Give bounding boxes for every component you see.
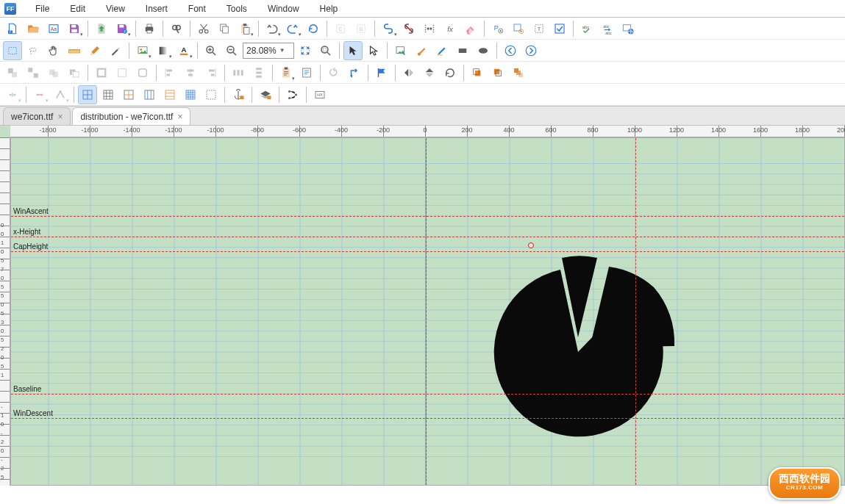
menu-help[interactable]: Help [315,2,343,15]
menu-view[interactable]: View [101,2,129,15]
grid-style2-icon[interactable] [99,85,118,104]
glyph-pie-chart-icon[interactable] [468,234,703,455]
refresh-icon[interactable] [304,19,323,38]
link-icon[interactable]: ▾ [379,19,398,38]
menu-font[interactable]: Font [184,2,210,15]
formula-icon[interactable]: fx [441,19,460,38]
metric-line-baseline[interactable] [11,394,844,395]
metric-line-win_descent[interactable] [11,418,844,419]
text-outline-icon[interactable]: T [530,19,549,38]
ellipse-shape-icon[interactable] [474,41,493,60]
ruler-vertical[interactable]: 150250350550750100-10-20-25 [0,137,10,486]
script-icon[interactable] [297,63,316,82]
menu-edit[interactable]: Edit [65,2,90,15]
flag-icon[interactable] [372,63,391,82]
glyph-settings-icon[interactable] [509,19,528,38]
tab-1[interactable]: distribution - we7icon.ttf × [72,107,190,125]
copy-icon[interactable] [215,19,234,38]
branch-icon[interactable] [283,85,302,104]
subtract-icon[interactable] [65,63,84,82]
pencil-icon[interactable] [85,41,104,60]
grid-outline-icon[interactable] [202,85,221,104]
clipboard-list-icon[interactable]: ▾ [277,63,296,82]
redo-icon[interactable]: ▾ [283,19,302,38]
highlighter-icon[interactable] [432,41,452,60]
menu-tools[interactable]: Tools [222,2,252,15]
snap-contour-icon[interactable]: C [331,19,350,38]
metric-line-win_ascent[interactable] [11,216,844,217]
rotate-cw-icon[interactable] [441,63,460,82]
image-import-icon[interactable]: ▾ [133,41,152,60]
outline-rounded-icon[interactable] [133,63,152,82]
unlink-icon[interactable] [399,19,418,38]
open-file-icon[interactable] [24,19,43,38]
knife-icon[interactable] [106,41,125,60]
direct-select-icon[interactable] [364,41,383,60]
align-right-icon[interactable] [202,63,221,82]
outline-bold-icon[interactable] [92,63,111,82]
zoom-out-icon[interactable] [222,41,241,60]
cut-icon[interactable] [194,19,213,38]
find-icon[interactable] [167,19,186,38]
kerning-icon[interactable] [420,19,439,38]
color-picker-icon[interactable] [391,41,410,60]
grid-style4-icon[interactable] [140,85,159,104]
send-back-icon[interactable] [488,63,507,82]
ruler-horizontal[interactable]: -1800-1600-1400-1200-1000-800-600-400-20… [10,126,845,137]
zoom-fit-icon[interactable] [296,41,315,60]
hex-code-icon[interactable]: HX [310,85,329,104]
remove-point-icon[interactable]: ▾ [30,85,49,104]
nav-next-icon[interactable] [521,41,541,60]
zoom-selection-icon[interactable] [316,41,335,60]
font-table-icon[interactable]: Aa [44,19,63,38]
eraser-icon[interactable] [461,19,480,38]
arrange-icon[interactable] [509,63,528,82]
corner-point-icon[interactable]: ▾ [51,85,70,104]
print-icon[interactable] [140,19,159,38]
zoom-in-icon[interactable] [202,41,221,60]
select-rect-icon[interactable] [3,41,22,60]
pan-hand-icon[interactable] [44,41,63,60]
metric-line-cap_height[interactable] [11,251,844,252]
distribute-h-icon[interactable] [229,63,248,82]
save-icon[interactable]: ▾ [65,19,84,38]
grid-style6-icon[interactable] [181,85,200,104]
anchor-point[interactable] [528,242,534,248]
anchor-lock-icon[interactable] [229,85,248,104]
ungroup-icon[interactable] [24,63,43,82]
grid-style3-icon[interactable] [119,85,138,104]
menu-window[interactable]: Window [263,2,304,15]
paragraph-settings-icon[interactable]: P [488,19,507,38]
group-icon[interactable] [3,63,22,82]
grid-style5-icon[interactable] [160,85,179,104]
new-file-icon[interactable]: F [3,19,22,38]
glyph-edit-area[interactable]: WinAscentx-HeightCapHeightBaselineWinDes… [10,137,845,486]
rectangle-shape-icon[interactable] [453,41,472,60]
snap-guide-icon[interactable]: G [352,19,371,38]
spellcheck-icon[interactable]: abc [577,19,596,38]
distribute-v-icon[interactable] [249,63,268,82]
reverse-contour-icon[interactable] [324,63,343,82]
paste-icon[interactable]: ▾ [235,19,254,38]
brush-icon[interactable] [412,41,431,60]
flip-h-icon[interactable] [399,63,418,82]
align-center-h-icon[interactable] [181,63,200,82]
replace-text-icon[interactable]: abcabc [598,19,617,38]
tab-0[interactable]: we7icon.ttf × [3,107,71,125]
web-preview-icon[interactable] [618,19,638,38]
text-color-icon[interactable]: A▾ [174,41,193,60]
outline-thin-icon[interactable] [113,63,132,82]
validate-icon[interactable] [550,19,569,38]
contour-direction-icon[interactable] [345,63,364,82]
merge-icon[interactable] [44,63,63,82]
lasso-icon[interactable] [24,41,43,60]
close-icon[interactable]: × [57,112,63,122]
add-point-icon[interactable]: ▾ [3,85,22,104]
undo-icon[interactable]: ▾ [263,19,282,38]
menu-insert[interactable]: Insert [141,2,172,15]
fill-gradient-icon[interactable]: ▾ [154,41,173,60]
bring-front-icon[interactable] [468,63,487,82]
flip-v-icon[interactable] [420,63,439,82]
align-left-icon[interactable] [160,63,179,82]
menu-file[interactable]: File [31,2,54,15]
